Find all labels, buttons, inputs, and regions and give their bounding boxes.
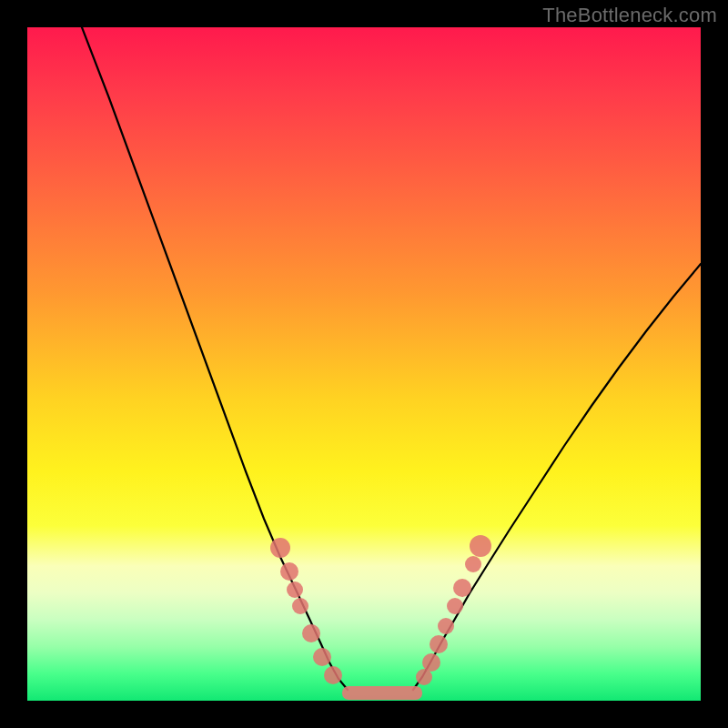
watermark-text: TheBottleneck.com — [542, 4, 717, 27]
data-marker — [465, 556, 481, 572]
data-marker — [438, 618, 454, 634]
data-marker — [324, 666, 342, 684]
data-marker — [447, 598, 463, 614]
data-marker — [470, 535, 491, 557]
markers-right-group — [416, 535, 491, 685]
chart-frame: TheBottleneck.com — [0, 0, 728, 728]
plot-area — [27, 27, 701, 701]
right-curve — [413, 264, 701, 690]
data-marker — [313, 648, 331, 666]
data-marker — [430, 635, 448, 653]
left-curve — [82, 27, 348, 690]
curve-svg — [27, 27, 701, 701]
valley-accent — [342, 686, 422, 700]
data-marker — [416, 669, 432, 685]
data-marker — [292, 598, 308, 614]
data-marker — [453, 579, 471, 597]
data-marker — [422, 653, 440, 672]
data-marker — [287, 581, 303, 598]
data-marker — [280, 562, 298, 581]
data-marker — [302, 624, 320, 642]
data-marker — [270, 538, 290, 558]
